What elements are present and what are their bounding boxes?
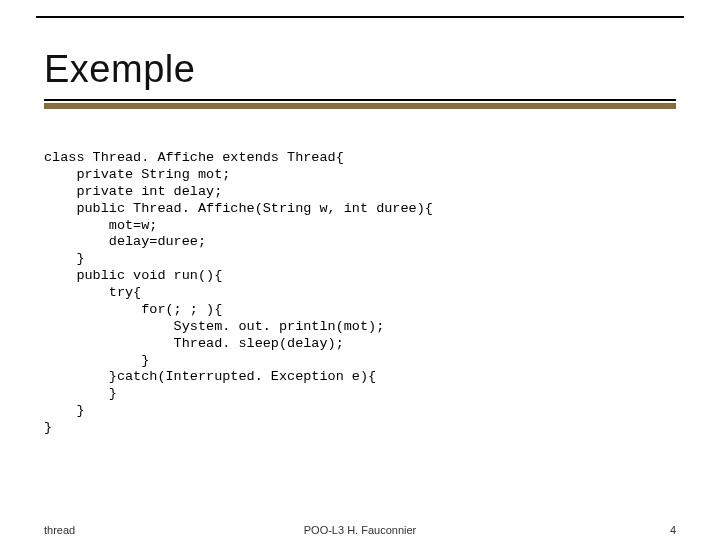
rule-thin [44, 99, 676, 101]
footer-center: POO-L3 H. Fauconnier [0, 524, 720, 536]
header-rules [44, 99, 676, 109]
code-block: class Thread. Affiche extends Thread{ pr… [44, 150, 676, 437]
header: Exemple [44, 48, 676, 109]
rule-thick [44, 103, 676, 109]
top-rule [36, 16, 684, 18]
footer-right: 4 [670, 524, 676, 536]
slide: Exemple class Thread. Affiche extends Th… [0, 0, 720, 540]
slide-title: Exemple [44, 48, 676, 91]
